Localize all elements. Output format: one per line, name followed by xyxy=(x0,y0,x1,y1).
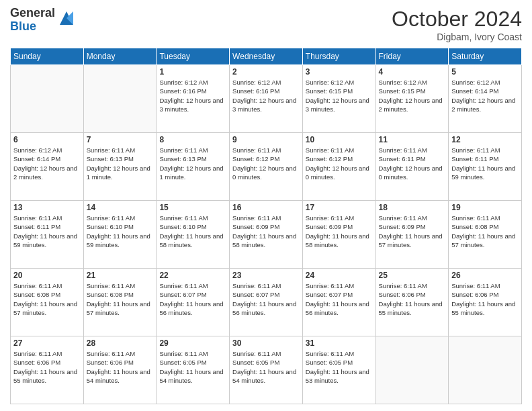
day-number: 14 xyxy=(87,203,154,212)
day-detail: Sunrise: 6:11 AMSunset: 6:06 PMDaylight:… xyxy=(379,282,443,316)
day-number: 3 xyxy=(306,67,373,77)
day-detail: Sunrise: 6:12 AMSunset: 6:16 PMDaylight:… xyxy=(232,79,296,113)
day-number: 13 xyxy=(13,203,81,212)
calendar-cell: 14Sunrise: 6:11 AMSunset: 6:10 PMDayligh… xyxy=(83,201,157,269)
logo: General Blue xyxy=(10,7,76,34)
weekday-header-sunday: Sunday xyxy=(11,48,84,65)
day-number: 6 xyxy=(13,135,81,144)
calendar-cell: 24Sunrise: 6:11 AMSunset: 6:07 PMDayligh… xyxy=(302,269,375,336)
day-number: 24 xyxy=(306,271,373,280)
day-detail: Sunrise: 6:11 AMSunset: 6:11 PMDaylight:… xyxy=(379,146,443,181)
calendar-cell xyxy=(449,336,522,404)
calendar-cell: 2Sunrise: 6:12 AMSunset: 6:16 PMDaylight… xyxy=(230,65,303,133)
day-number: 15 xyxy=(159,203,226,212)
day-number: 28 xyxy=(87,338,154,348)
calendar-cell: 22Sunrise: 6:11 AMSunset: 6:07 PMDayligh… xyxy=(157,269,230,336)
calendar-cell: 4Sunrise: 6:12 AMSunset: 6:15 PMDaylight… xyxy=(375,65,449,133)
day-detail: Sunrise: 6:11 AMSunset: 6:06 PMDaylight:… xyxy=(87,350,150,384)
day-number: 26 xyxy=(451,271,519,280)
day-detail: Sunrise: 6:11 AMSunset: 6:07 PMDaylight:… xyxy=(159,282,223,316)
weekday-header-monday: Monday xyxy=(83,48,157,65)
calendar-cell: 13Sunrise: 6:11 AMSunset: 6:11 PMDayligh… xyxy=(11,201,84,269)
day-detail: Sunrise: 6:11 AMSunset: 6:05 PMDaylight:… xyxy=(159,350,223,384)
day-detail: Sunrise: 6:11 AMSunset: 6:11 PMDaylight:… xyxy=(13,214,77,248)
calendar-cell: 28Sunrise: 6:11 AMSunset: 6:06 PMDayligh… xyxy=(83,336,157,404)
day-detail: Sunrise: 6:12 AMSunset: 6:15 PMDaylight:… xyxy=(306,79,369,113)
weekday-header-wednesday: Wednesday xyxy=(230,48,303,65)
weekday-header-saturday: Saturday xyxy=(449,48,522,65)
day-number: 20 xyxy=(13,271,81,280)
calendar-cell: 9Sunrise: 6:11 AMSunset: 6:12 PMDaylight… xyxy=(230,133,303,201)
calendar-cell: 12Sunrise: 6:11 AMSunset: 6:11 PMDayligh… xyxy=(449,133,522,201)
calendar-week-row: 20Sunrise: 6:11 AMSunset: 6:08 PMDayligh… xyxy=(11,269,522,336)
day-detail: Sunrise: 6:11 AMSunset: 6:12 PMDaylight:… xyxy=(306,146,369,181)
page: General Blue October 2024 Digbam, Ivory … xyxy=(0,0,532,411)
day-detail: Sunrise: 6:11 AMSunset: 6:12 PMDaylight:… xyxy=(232,146,296,181)
calendar-cell: 23Sunrise: 6:11 AMSunset: 6:07 PMDayligh… xyxy=(230,269,303,336)
logo-text: General Blue xyxy=(10,7,55,34)
day-number: 9 xyxy=(232,135,300,144)
day-detail: Sunrise: 6:12 AMSunset: 6:15 PMDaylight:… xyxy=(379,79,443,113)
day-number: 2 xyxy=(232,67,300,77)
calendar-cell: 1Sunrise: 6:12 AMSunset: 6:16 PMDaylight… xyxy=(157,65,230,133)
month-title: October 2024 xyxy=(392,7,522,32)
calendar-cell: 3Sunrise: 6:12 AMSunset: 6:15 PMDaylight… xyxy=(302,65,375,133)
calendar-cell: 7Sunrise: 6:11 AMSunset: 6:13 PMDaylight… xyxy=(83,133,157,201)
day-detail: Sunrise: 6:11 AMSunset: 6:09 PMDaylight:… xyxy=(379,214,443,248)
calendar-cell: 6Sunrise: 6:12 AMSunset: 6:14 PMDaylight… xyxy=(11,133,84,201)
day-detail: Sunrise: 6:11 AMSunset: 6:10 PMDaylight:… xyxy=(159,214,223,248)
calendar-cell: 8Sunrise: 6:11 AMSunset: 6:13 PMDaylight… xyxy=(157,133,230,201)
day-number: 18 xyxy=(379,203,446,212)
calendar-cell: 5Sunrise: 6:12 AMSunset: 6:14 PMDaylight… xyxy=(449,65,522,133)
day-number: 30 xyxy=(232,338,300,348)
day-detail: Sunrise: 6:12 AMSunset: 6:16 PMDaylight:… xyxy=(159,79,223,113)
day-detail: Sunrise: 6:11 AMSunset: 6:09 PMDaylight:… xyxy=(306,214,369,248)
day-detail: Sunrise: 6:11 AMSunset: 6:08 PMDaylight:… xyxy=(451,214,515,248)
location: Digbam, Ivory Coast xyxy=(392,32,522,42)
calendar-cell: 25Sunrise: 6:11 AMSunset: 6:06 PMDayligh… xyxy=(375,269,449,336)
calendar-cell: 20Sunrise: 6:11 AMSunset: 6:08 PMDayligh… xyxy=(11,269,84,336)
day-number: 7 xyxy=(87,135,154,144)
day-number: 5 xyxy=(451,67,519,77)
day-number: 21 xyxy=(87,271,154,280)
day-detail: Sunrise: 6:12 AMSunset: 6:14 PMDaylight:… xyxy=(13,146,77,181)
weekday-header-thursday: Thursday xyxy=(302,48,375,65)
weekday-header-row: SundayMondayTuesdayWednesdayThursdayFrid… xyxy=(11,48,522,65)
calendar-cell: 19Sunrise: 6:11 AMSunset: 6:08 PMDayligh… xyxy=(449,201,522,269)
day-detail: Sunrise: 6:11 AMSunset: 6:06 PMDaylight:… xyxy=(13,350,77,384)
weekday-header-friday: Friday xyxy=(375,48,449,65)
calendar-cell xyxy=(11,65,84,133)
calendar-table: SundayMondayTuesdayWednesdayThursdayFrid… xyxy=(10,48,522,404)
day-detail: Sunrise: 6:11 AMSunset: 6:07 PMDaylight:… xyxy=(232,282,296,316)
day-number: 4 xyxy=(379,67,446,77)
day-number: 10 xyxy=(306,135,373,144)
day-detail: Sunrise: 6:11 AMSunset: 6:13 PMDaylight:… xyxy=(87,146,150,181)
weekday-header-tuesday: Tuesday xyxy=(157,48,230,65)
logo-icon xyxy=(57,9,76,28)
calendar-week-row: 6Sunrise: 6:12 AMSunset: 6:14 PMDaylight… xyxy=(11,133,522,201)
day-number: 25 xyxy=(379,271,446,280)
day-number: 22 xyxy=(159,271,226,280)
calendar-week-row: 13Sunrise: 6:11 AMSunset: 6:11 PMDayligh… xyxy=(11,201,522,269)
day-number: 23 xyxy=(232,271,300,280)
calendar-cell: 26Sunrise: 6:11 AMSunset: 6:06 PMDayligh… xyxy=(449,269,522,336)
day-detail: Sunrise: 6:12 AMSunset: 6:14 PMDaylight:… xyxy=(451,79,515,113)
day-number: 27 xyxy=(13,338,81,348)
calendar-cell xyxy=(83,65,157,133)
calendar-week-row: 1Sunrise: 6:12 AMSunset: 6:16 PMDaylight… xyxy=(11,65,522,133)
day-number: 16 xyxy=(232,203,300,212)
calendar-cell: 11Sunrise: 6:11 AMSunset: 6:11 PMDayligh… xyxy=(375,133,449,201)
calendar-cell: 16Sunrise: 6:11 AMSunset: 6:09 PMDayligh… xyxy=(230,201,303,269)
calendar-cell: 10Sunrise: 6:11 AMSunset: 6:12 PMDayligh… xyxy=(302,133,375,201)
day-number: 31 xyxy=(306,338,373,348)
day-number: 1 xyxy=(159,67,226,77)
day-detail: Sunrise: 6:11 AMSunset: 6:11 PMDaylight:… xyxy=(451,146,515,181)
day-number: 29 xyxy=(159,338,226,348)
day-detail: Sunrise: 6:11 AMSunset: 6:08 PMDaylight:… xyxy=(87,282,150,316)
day-detail: Sunrise: 6:11 AMSunset: 6:09 PMDaylight:… xyxy=(232,214,296,248)
day-number: 12 xyxy=(451,135,519,144)
calendar-cell: 29Sunrise: 6:11 AMSunset: 6:05 PMDayligh… xyxy=(157,336,230,404)
calendar-cell: 27Sunrise: 6:11 AMSunset: 6:06 PMDayligh… xyxy=(11,336,84,404)
calendar-cell: 15Sunrise: 6:11 AMSunset: 6:10 PMDayligh… xyxy=(157,201,230,269)
calendar-cell: 31Sunrise: 6:11 AMSunset: 6:05 PMDayligh… xyxy=(302,336,375,404)
